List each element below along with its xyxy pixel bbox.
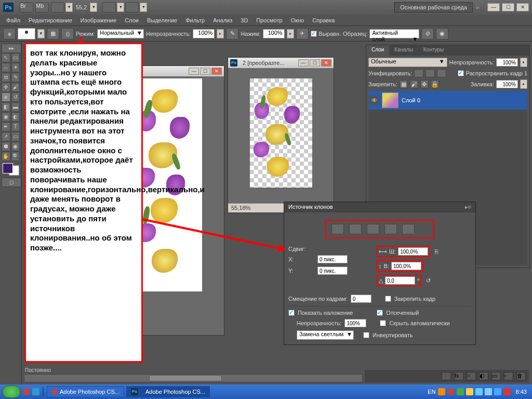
toolbar-btn-ruler[interactable] (51, 2, 64, 12)
menu-image[interactable]: Изображение (76, 16, 121, 25)
doc1-min[interactable]: — (189, 68, 199, 75)
opacity-input[interactable]: 100% (193, 29, 215, 38)
lock-pixels-icon[interactable]: 🖌 (410, 80, 418, 88)
toolbar-btn-hand[interactable] (102, 2, 116, 12)
doc2-min[interactable]: — (298, 59, 309, 66)
x-input[interactable] (317, 255, 348, 263)
brush-tool[interactable]: 🖌 (11, 83, 20, 92)
healing-tool[interactable]: ✜ (2, 83, 10, 92)
gradient-tool[interactable]: ▬ (11, 102, 20, 112)
frame-offset-input[interactable] (351, 295, 371, 303)
eraser-tool[interactable]: ◧ (2, 102, 10, 112)
layer-thumbnail[interactable] (382, 92, 398, 108)
tray-volume-icon[interactable] (475, 388, 483, 395)
doc1-close[interactable]: ✕ (211, 68, 222, 75)
h-input[interactable] (391, 262, 421, 270)
reset-transform-icon[interactable]: ↺ (426, 277, 431, 284)
clone-preset-5[interactable] (402, 224, 415, 234)
zoom-dropdown[interactable]: ▼ (90, 3, 97, 12)
scrollbar-thumb[interactable] (149, 375, 222, 381)
mode-select[interactable]: Нормальный▼ (97, 29, 144, 38)
3d-tool[interactable]: ⬢ (2, 142, 10, 151)
move-tool[interactable]: ↖ (2, 53, 10, 62)
tool-preset-icon[interactable]: ⎈ (3, 28, 16, 39)
fill-arrow[interactable]: ▸ (520, 79, 527, 89)
propagate-checkbox[interactable] (458, 70, 464, 76)
clipped-checkbox[interactable] (377, 310, 383, 316)
aligned-checkbox[interactable] (311, 31, 317, 37)
adjustment-icon[interactable]: ◐ (479, 372, 488, 380)
delete-icon[interactable]: 🗑 (516, 372, 526, 380)
doc2-canvas[interactable] (250, 78, 312, 188)
3d-camera-tool[interactable]: ◉ (11, 142, 20, 151)
close-button[interactable]: ✕ (516, 3, 529, 11)
unify-style-icon[interactable] (437, 69, 446, 77)
show-overlay-checkbox[interactable] (288, 310, 295, 316)
new-layer-icon[interactable]: ▫ (504, 372, 513, 380)
overlay-mode-select[interactable]: Замена светлым▼ (297, 330, 354, 340)
clone-preset-2[interactable] (349, 224, 362, 234)
visibility-icon[interactable]: 👁 (369, 96, 379, 105)
tray-icon-4[interactable] (466, 388, 473, 395)
unify-vis-icon[interactable] (425, 69, 435, 77)
opacity-arrow[interactable]: ▸ (217, 29, 224, 38)
tray-icon-1[interactable] (438, 388, 445, 395)
lock-frame-checkbox[interactable] (385, 296, 391, 302)
crop-tool[interactable]: ⧉ (2, 73, 10, 82)
unify-pos-icon[interactable] (414, 69, 423, 77)
doc2-max[interactable]: ☐ (310, 59, 320, 66)
screen-dropdown[interactable]: ▼ (140, 3, 147, 12)
blend-mode-select[interactable]: Обычные▼ (368, 58, 447, 67)
tray-icon-2[interactable] (447, 388, 455, 395)
color-swatch[interactable] (3, 163, 19, 176)
marquee-tool[interactable]: ▭ (11, 53, 20, 62)
lock-transparent-icon[interactable]: ▦ (400, 80, 408, 88)
menu-select[interactable]: Выделение (143, 16, 181, 25)
menu-analysis[interactable]: Анализ (209, 16, 236, 25)
airbrush-icon[interactable]: ✈ (296, 28, 309, 39)
maximize-button[interactable]: ☐ (502, 3, 514, 11)
menu-help[interactable]: Справка (308, 16, 339, 25)
ignore-adj-icon[interactable]: ⊘ (421, 28, 434, 39)
flip-v-icon[interactable]: ↕ (379, 263, 382, 269)
zoom-tool[interactable]: 🔍 (11, 152, 20, 161)
quick-mask[interactable]: ◻ (2, 178, 21, 187)
hand-dropdown[interactable]: ▼ (117, 3, 124, 12)
link-layers-icon[interactable] (442, 372, 451, 380)
lang-indicator[interactable]: EN (428, 389, 435, 395)
overlay-opacity-input[interactable] (344, 319, 366, 327)
menu-layers[interactable]: Слои (121, 16, 143, 25)
tray-icon-7[interactable] (494, 388, 501, 395)
shape-tool[interactable]: ▭ (11, 132, 20, 141)
tray-icon-6[interactable] (485, 388, 492, 395)
tab-layers[interactable]: Слои (366, 45, 389, 56)
lasso-tool[interactable]: ⌓ (2, 63, 10, 72)
clone-preset-1[interactable] (331, 224, 344, 234)
layer-opacity-input[interactable] (496, 58, 518, 66)
hand-tool[interactable]: ✋ (2, 152, 10, 161)
menu-file[interactable]: Файл (2, 16, 24, 25)
brush-preview[interactable]: 201 (18, 28, 35, 39)
horizontal-scrollbar[interactable] (24, 374, 363, 382)
tab-paths[interactable]: Контуры (418, 45, 449, 56)
invert-checkbox[interactable] (363, 332, 369, 338)
tab-channels[interactable]: Каналы (389, 45, 418, 56)
dodge-tool[interactable]: ◐ (11, 112, 20, 122)
minimize-button[interactable]: — (487, 3, 500, 11)
layer-opacity-arrow[interactable]: ▸ (520, 58, 527, 67)
menu-window[interactable]: Окно (287, 16, 309, 25)
y-input[interactable] (317, 267, 348, 275)
doc1-max[interactable]: ☐ (200, 68, 210, 75)
angle-input[interactable] (385, 276, 415, 285)
fx-icon[interactable]: fx (454, 372, 463, 380)
layer-row-0[interactable]: 👁 Слой 0 (368, 91, 527, 110)
pressure-input[interactable]: 100% (263, 29, 285, 38)
workspace-selector[interactable]: Основная рабочая среда (394, 2, 473, 12)
doc2-titlebar[interactable]: Ps 2 [преобразте... —☐✕ (228, 58, 334, 68)
flip-h-icon[interactable]: ⟷ (379, 248, 387, 255)
tray-icon-3[interactable] (457, 388, 464, 395)
path-tool[interactable]: ↗ (2, 132, 10, 141)
sample-select[interactable]: Активный слой▼ (369, 29, 419, 38)
menu-filter[interactable]: Фильтр (181, 16, 209, 25)
layer-name[interactable]: Слой 0 (402, 97, 420, 103)
